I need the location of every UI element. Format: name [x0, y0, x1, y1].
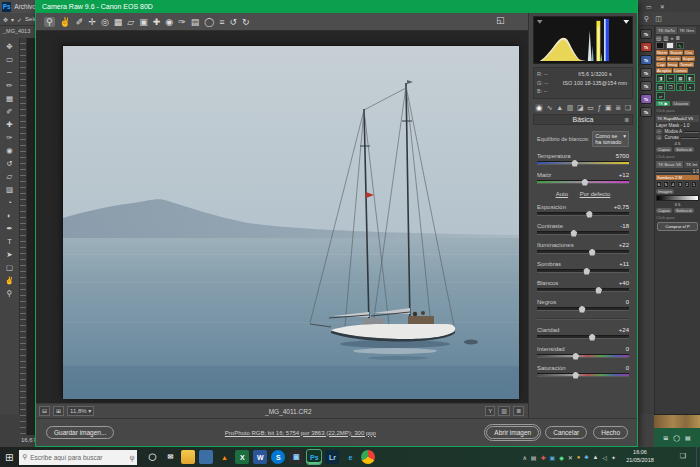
tk-badge-icon[interactable]: Tk	[640, 81, 652, 91]
photo-preview[interactable]	[62, 45, 518, 398]
slider-thumb[interactable]	[595, 287, 602, 294]
tk-play-button[interactable]: TK ▶	[656, 101, 670, 106]
slider-track[interactable]	[537, 335, 629, 339]
panel-menu-icon[interactable]: ≣	[624, 116, 629, 123]
graduated-filter-tool[interactable]: ▤	[191, 17, 200, 27]
tray-app1-icon[interactable]: ▤	[531, 454, 537, 461]
healing-brush-tool[interactable]: ✚	[2, 118, 18, 131]
tab-split-toning[interactable]: ◪	[577, 104, 584, 112]
tk-action-button[interactable]: Super	[682, 56, 695, 61]
adjustment-brush-tool[interactable]: ✑	[178, 17, 186, 27]
panel-icon[interactable]: ⚲	[644, 15, 649, 23]
tk-grid-icon[interactable]: ▯	[676, 83, 685, 91]
gradient-tool[interactable]: ▨	[2, 183, 18, 196]
tk-badge-icon[interactable]: Tk	[640, 55, 652, 65]
preview-toggle-button[interactable]: Y	[485, 406, 495, 416]
taskbar-search[interactable]: ⚲ Escribe aquí para buscar ψ	[19, 450, 137, 465]
workflow-options-link[interactable]: ProPhoto RGB; bit 16; 5754 por 3863 (22,…	[114, 430, 486, 436]
window-button-icon[interactable]: ▭	[646, 3, 652, 10]
tk-badge-icon[interactable]: Tk	[640, 42, 652, 52]
blur-tool[interactable]: ◔	[2, 196, 18, 209]
cancel-button[interactable]: Cancelar	[545, 426, 587, 439]
tk-pen-icon[interactable]: ✎	[676, 42, 684, 49]
tab-detail[interactable]: ▲	[556, 104, 563, 112]
histogram[interactable]	[533, 16, 633, 64]
tk-mode-label[interactable]: Modos A	[664, 129, 682, 134]
eyedropper-tool[interactable]: ✐	[2, 105, 18, 118]
window-button-icon[interactable]: ✕	[660, 3, 665, 10]
tk-module-icon[interactable]: ⊞	[663, 434, 668, 441]
slider-thumb[interactable]	[589, 249, 596, 256]
tk-slider[interactable]	[684, 131, 699, 133]
brush-tool[interactable]: ✑	[2, 131, 18, 144]
tk-tool-icon[interactable]: ▤	[656, 35, 661, 41]
tray-app2-icon[interactable]: ✚	[540, 454, 545, 461]
tk-badge-icon[interactable]: Tk	[640, 68, 652, 78]
tk-action-button[interactable]: Lienzo	[673, 68, 687, 73]
radial-filter-tool[interactable]: ◯	[204, 17, 214, 27]
slider-track[interactable]	[537, 269, 629, 273]
split-view-button[interactable]: ▥	[498, 406, 510, 416]
tk-mode-toggle[interactable]: +	[656, 135, 662, 140]
type-tool[interactable]: T	[2, 235, 18, 248]
white-balance-tool[interactable]: ✐	[76, 17, 84, 27]
tk-tab[interactable]: TK Gen	[678, 27, 696, 34]
slider-thumb[interactable]	[570, 230, 577, 237]
tray-network-icon[interactable]: ◁	[602, 454, 607, 461]
tk-user-button[interactable]: Usuario	[672, 101, 690, 106]
zoom-level-select[interactable]: 11,8% ▾	[67, 406, 94, 416]
skype-icon[interactable]: S	[271, 450, 285, 464]
tray-app4-icon[interactable]: ◆	[559, 454, 564, 461]
zoom-in-button[interactable]: ⊞	[53, 406, 64, 416]
auto-link[interactable]: Auto	[556, 191, 568, 197]
slider-track[interactable]	[537, 288, 629, 292]
open-image-button[interactable]: Abrir imagen	[486, 426, 539, 439]
save-image-button[interactable]: Guardar imagen...	[46, 426, 114, 439]
tk-action-button[interactable]: Tamañ	[679, 62, 694, 67]
tk-grid-icon[interactable]: ◐	[686, 83, 695, 91]
rotate-left-button[interactable]: ↺	[230, 17, 238, 27]
zoom-out-button[interactable]: ⊟	[39, 406, 50, 416]
tk-mode-label[interactable]: Curvas	[664, 135, 678, 140]
preferences-button[interactable]: ≡	[219, 17, 224, 27]
slider-thumb[interactable]	[572, 353, 579, 360]
move-tool[interactable]: ✥	[2, 40, 18, 53]
file-explorer-icon[interactable]	[181, 450, 195, 464]
notification-center-icon[interactable]: ❏	[680, 452, 686, 460]
tk-grid-icon[interactable]: ❒	[666, 83, 675, 91]
tk-action-button[interactable]: Suave	[669, 50, 683, 55]
lasso-tool[interactable]: ∽	[2, 66, 18, 79]
slider-track[interactable]	[537, 250, 629, 254]
tk-imagen-button[interactable]: Imagen	[656, 189, 674, 194]
vlc-icon[interactable]: ▲	[217, 450, 231, 464]
default-link[interactable]: Por defecto	[580, 191, 611, 197]
taskbar-clock[interactable]: 16:06 21/05/2018	[620, 449, 660, 465]
microphone-icon[interactable]: ψ	[130, 454, 135, 461]
tk-action-button[interactable]: Con	[656, 56, 666, 61]
word-icon[interactable]: W	[253, 450, 267, 464]
transform-tool[interactable]: ▣	[139, 17, 148, 27]
path-selection-tool[interactable]: ➤	[2, 248, 18, 261]
edge-icon[interactable]: e	[343, 450, 357, 464]
tab-basic[interactable]: ◉	[535, 104, 543, 112]
crop-tool[interactable]: ▦	[2, 92, 18, 105]
color-sampler-tool[interactable]: ✛	[88, 17, 96, 27]
tk-tool-icon[interactable]: «	[670, 35, 673, 41]
fullscreen-toggle-icon[interactable]: ◱	[496, 15, 505, 25]
preview-settings-button[interactable]: ≣	[513, 406, 524, 416]
tk-badge-icon[interactable]: Tk	[640, 94, 652, 104]
photoshop-icon[interactable]: Ps	[307, 450, 321, 464]
tk-layer-button[interactable]: Capas	[656, 208, 672, 213]
tab-hsl[interactable]: ▥	[567, 104, 574, 112]
tab-camera-calibration[interactable]: ▣	[605, 104, 612, 112]
mail-icon[interactable]: ✉	[163, 450, 177, 464]
tk-mode-toggle[interactable]: −	[656, 129, 662, 134]
tk-tab[interactable]: TK Basic V6	[656, 161, 683, 168]
slider-thumb[interactable]	[571, 160, 578, 167]
tk-buy-button[interactable]: Comprar el P	[657, 222, 698, 231]
tk-grid-icon[interactable]: ✂	[666, 74, 675, 82]
tk-action-button[interactable]: Fuerte	[667, 56, 681, 61]
chevron-down-icon[interactable]: ▾	[11, 16, 14, 23]
straighten-tool[interactable]: ▱	[127, 17, 134, 27]
tray-app6-icon[interactable]: ●	[577, 454, 581, 460]
